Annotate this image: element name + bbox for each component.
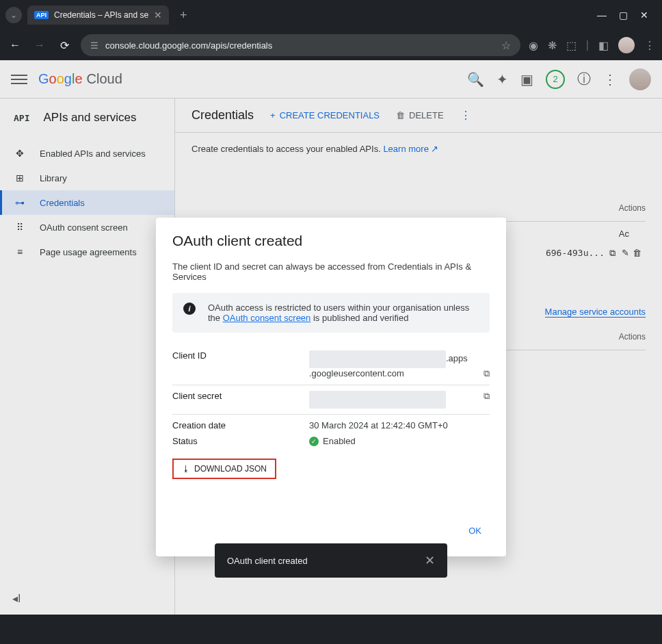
bookmark-icon[interactable]: ☆ [501, 39, 511, 52]
dialog-title: OAuth client created [172, 233, 490, 249]
check-circle-icon: ✓ [309, 437, 319, 446]
minimize-icon[interactable]: — [597, 10, 607, 21]
creation-date-value: 30 March 2024 at 12:42:40 GMT+0 [309, 420, 490, 430]
toast-message: OAuth client created [227, 556, 308, 566]
page: Google Cloud 🔍 ✦ ▣ 2 ⓘ ⋮ API APIs and se… [0, 60, 662, 615]
reload-button[interactable]: ⟳ [56, 39, 72, 52]
download-json-button[interactable]: ⭳ DOWNLOAD JSON [172, 459, 276, 479]
toast-close-icon[interactable]: ✕ [425, 553, 435, 568]
profile-avatar[interactable] [618, 37, 635, 53]
copy-client-secret-icon[interactable]: ⧉ [484, 391, 490, 402]
download-icon: ⭳ [182, 464, 190, 474]
info-banner: i OAuth access is restricted to users wi… [172, 293, 490, 333]
site-info-icon[interactable]: ☰ [90, 40, 98, 51]
extension-icon-1[interactable]: ◉ [529, 39, 538, 52]
toast: OAuth client created ✕ [215, 543, 447, 578]
info-icon: i [183, 302, 196, 315]
new-tab-button[interactable]: + [174, 8, 193, 23]
url-text: console.cloud.google.com/apis/credential… [105, 40, 494, 51]
ok-button[interactable]: OK [460, 520, 490, 541]
dialog-scrim[interactable]: OAuth client created The client ID and s… [0, 60, 662, 615]
tab-favicon: API [34, 11, 49, 19]
window-controls: — ▢ ✕ [597, 10, 657, 21]
tab-title: Credentials – APIs and se [54, 10, 148, 20]
oauth-client-dialog: OAuth client created The client ID and s… [156, 218, 506, 556]
separator: | [586, 39, 589, 51]
extensions-icon[interactable]: ⬚ [566, 39, 577, 52]
browser-tab[interactable]: API Credentials – APIs and se ✕ [27, 5, 169, 25]
client-id-label: Client ID [172, 350, 309, 361]
close-window-icon[interactable]: ✕ [640, 10, 648, 21]
tab-bar: ⌄ API Credentials – APIs and se ✕ + — ▢ … [0, 0, 662, 30]
creation-date-label: Creation date [172, 420, 309, 430]
oauth-consent-link[interactable]: OAuth consent screen [223, 313, 311, 323]
address-bar: ← → ⟳ ☰ console.cloud.google.com/apis/cr… [0, 30, 662, 60]
back-button[interactable]: ← [7, 39, 23, 51]
tab-search-dropdown[interactable]: ⌄ [5, 7, 22, 23]
chrome-menu-icon[interactable]: ⋮ [644, 39, 655, 52]
status-value: Enabled [323, 436, 356, 446]
client-secret-redacted [309, 391, 446, 409]
url-bar[interactable]: ☰ console.cloud.google.com/apis/credenti… [81, 34, 520, 56]
extension-icon-2[interactable]: ❋ [548, 39, 557, 52]
maximize-icon[interactable]: ▢ [619, 10, 628, 21]
copy-client-id-icon[interactable]: ⧉ [484, 368, 490, 379]
side-panel-icon[interactable]: ◧ [598, 39, 609, 52]
forward-button[interactable]: → [31, 39, 48, 51]
client-secret-label: Client secret [172, 391, 309, 401]
client-id-redacted [309, 350, 446, 368]
close-tab-icon[interactable]: ✕ [154, 10, 162, 21]
dialog-description: The client ID and secret can always be a… [172, 261, 490, 282]
status-label: Status [172, 436, 309, 446]
browser-chrome: ⌄ API Credentials – APIs and se ✕ + — ▢ … [0, 0, 662, 60]
